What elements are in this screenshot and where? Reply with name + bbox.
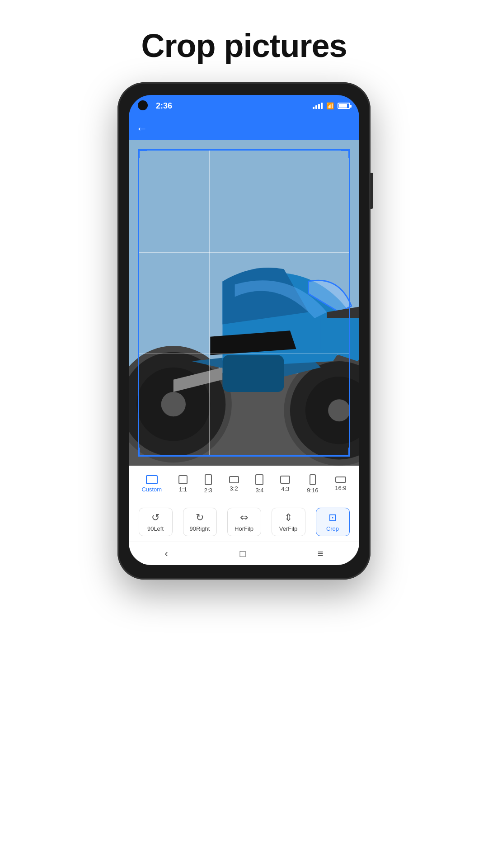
ratio-icon-3:2	[229, 476, 239, 483]
action-label-90right: 90Right	[190, 525, 210, 532]
action-icon-90left: ↺	[151, 512, 160, 524]
grid-v2	[279, 151, 279, 455]
ratio-label-1:1: 1:1	[179, 486, 187, 493]
grid-v1	[209, 151, 210, 455]
status-bar: 2:36 📶	[129, 95, 359, 117]
grid-h1	[139, 252, 349, 253]
back-button[interactable]: ←	[136, 122, 148, 136]
ratio-icon-custom	[146, 475, 158, 484]
action-icon-horflip: ⇔	[240, 512, 248, 524]
action-toolbar: ↺90Left↻90Right⇔HorFilp⇕VerFilp⊡Crop	[129, 502, 359, 542]
wifi-icon: 📶	[326, 102, 334, 109]
ratio-icon-4:3	[280, 476, 290, 484]
action-icon-90right: ↻	[196, 512, 204, 524]
ratio-icon-16:9	[335, 476, 346, 483]
ratio-label-3:2: 3:2	[230, 485, 238, 492]
action-icon-crop: ⊡	[328, 512, 337, 524]
action-label-verflip: VerFilp	[279, 525, 297, 532]
ratio-icon-1:1	[178, 475, 188, 484]
crop-corner-bl	[138, 448, 147, 457]
ratio-icon-3:4	[255, 474, 263, 485]
ratio-label-2:3: 2:3	[204, 487, 212, 494]
signal-icon	[313, 103, 323, 109]
action-icon-verflip: ⇕	[284, 512, 292, 524]
crop-corner-tr	[341, 149, 350, 158]
crop-corner-tl	[138, 149, 147, 158]
ratio-label-4:3: 4:3	[281, 486, 289, 492]
action-item-90left[interactable]: ↺90Left	[139, 508, 173, 536]
ratio-toolbar: Custom1:12:33:23:44:39:1616:9	[129, 466, 359, 502]
nav-menu-button[interactable]: ≡	[318, 548, 324, 560]
action-item-crop[interactable]: ⊡Crop	[316, 508, 350, 536]
nav-home-button[interactable]: □	[240, 548, 246, 560]
ratio-label-custom: Custom	[141, 486, 162, 493]
action-label-horflip: HorFilp	[235, 525, 253, 532]
ratio-label-3:4: 3:4	[255, 487, 263, 494]
ratio-icon-2:3	[205, 474, 212, 485]
app-bar: ←	[129, 117, 359, 140]
grid-lines	[139, 151, 349, 455]
action-label-90left: 90Left	[147, 525, 164, 532]
action-item-horflip[interactable]: ⇔HorFilp	[227, 508, 261, 536]
ratio-icon-9:16	[310, 474, 316, 485]
front-camera	[138, 100, 148, 110]
battery-icon	[338, 103, 350, 109]
ratio-item-9:16[interactable]: 9:16	[304, 472, 321, 495]
crop-corner-br	[341, 448, 350, 457]
action-item-verflip[interactable]: ⇕VerFilp	[272, 508, 305, 536]
status-time: 2:36	[156, 101, 172, 111]
ratio-item-1:1[interactable]: 1:1	[176, 473, 190, 495]
status-icons: 📶	[313, 102, 350, 109]
nav-bar: ‹ □ ≡	[129, 542, 359, 565]
image-area	[129, 140, 359, 466]
ratio-item-4:3[interactable]: 4:3	[277, 474, 293, 494]
phone-shell: 2:36 📶 ←	[117, 82, 371, 580]
ratio-item-3:2[interactable]: 3:2	[226, 474, 242, 494]
page-title: Crop pictures	[141, 27, 347, 64]
ratio-item-3:4[interactable]: 3:4	[253, 472, 266, 495]
grid-h2	[139, 354, 349, 354]
action-item-90right[interactable]: ↻90Right	[183, 508, 217, 536]
action-label-crop: Crop	[326, 525, 339, 532]
nav-back-button[interactable]: ‹	[164, 548, 168, 560]
phone-screen: 2:36 📶 ←	[129, 95, 359, 565]
crop-overlay[interactable]	[138, 149, 350, 457]
ratio-label-16:9: 16:9	[335, 485, 346, 491]
ratio-item-2:3[interactable]: 2:3	[202, 472, 215, 495]
ratio-label-9:16: 9:16	[307, 487, 318, 494]
ratio-item-custom[interactable]: Custom	[139, 473, 164, 495]
ratio-item-16:9[interactable]: 16:9	[332, 475, 349, 493]
